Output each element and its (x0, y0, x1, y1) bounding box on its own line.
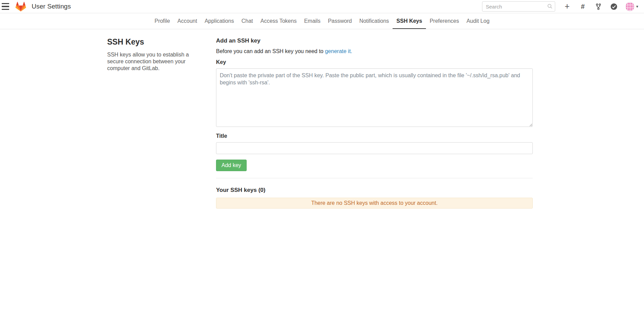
tab-audit-log[interactable]: Audit Log (463, 13, 493, 29)
section-divider (216, 178, 533, 178)
key-label: Key (216, 59, 533, 65)
tab-emails[interactable]: Emails (300, 13, 324, 29)
search-input[interactable] (482, 1, 555, 12)
title-label: Title (216, 133, 533, 139)
tab-profile[interactable]: Profile (151, 13, 174, 29)
gitlab-logo-icon[interactable] (15, 1, 27, 12)
navbar-icons: + # ▾ (563, 2, 638, 11)
search-box (482, 1, 555, 12)
empty-keys-notice: There are no SSH keys with access to you… (216, 198, 533, 209)
add-key-button[interactable]: Add key (216, 160, 247, 171)
section-description-column: SSH Keys SSH keys allow you to establish… (107, 37, 194, 209)
gitlab-user-settings-page: User Settings + # (0, 0, 644, 209)
tab-ssh-keys[interactable]: SSH Keys (393, 13, 426, 29)
issues-hash-icon[interactable]: # (579, 2, 587, 11)
tab-chat[interactable]: Chat (238, 13, 257, 29)
search-icon (547, 4, 552, 9)
tab-password[interactable]: Password (324, 13, 356, 29)
tab-applications[interactable]: Applications (201, 13, 237, 29)
ssh-title-input[interactable] (216, 142, 533, 154)
add-ssh-key-heading: Add an SSH key (216, 37, 533, 44)
chevron-down-icon: ▾ (636, 4, 638, 9)
your-ssh-keys-heading: Your SSH keys (0) (216, 187, 533, 194)
user-menu[interactable]: ▾ (625, 2, 638, 11)
ssh-keys-content: SSH Keys SSH keys allow you to establish… (107, 37, 533, 209)
top-navbar: User Settings + # (0, 0, 644, 13)
avatar[interactable] (625, 2, 634, 11)
ssh-key-textarea[interactable] (216, 68, 533, 127)
tab-notifications[interactable]: Notifications (356, 13, 393, 29)
tab-access-tokens[interactable]: Access Tokens (257, 13, 300, 29)
section-description: SSH keys allow you to establish a secure… (107, 51, 194, 72)
menu-icon[interactable] (2, 3, 11, 10)
todos-check-icon[interactable] (610, 2, 618, 11)
settings-tabs: Profile Account Applications Chat Access… (0, 13, 644, 29)
generate-it-link[interactable]: generate it. (325, 48, 352, 54)
page-title: User Settings (32, 3, 71, 10)
tab-preferences[interactable]: Preferences (426, 13, 463, 29)
generate-key-hint: Before you can add an SSH key you need t… (216, 48, 533, 54)
generate-key-hint-text: Before you can add an SSH key you need t… (216, 48, 325, 54)
section-title: SSH Keys (107, 37, 194, 47)
ssh-key-form-column: Add an SSH key Before you can add an SSH… (216, 37, 533, 209)
tab-account[interactable]: Account (174, 13, 201, 29)
merge-requests-icon[interactable] (595, 2, 602, 11)
new-project-plus-icon[interactable]: + (563, 2, 571, 11)
